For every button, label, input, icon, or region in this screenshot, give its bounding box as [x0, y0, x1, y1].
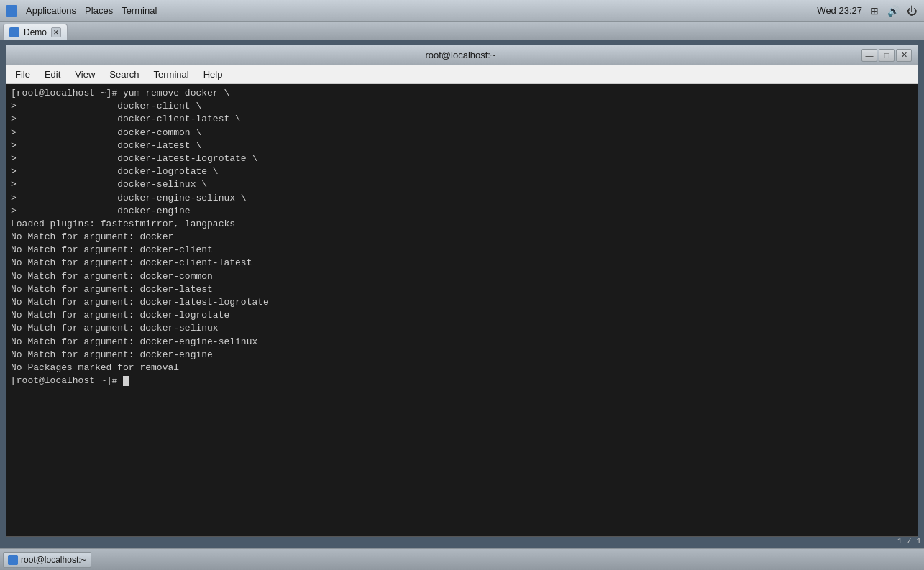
bottom-tab-label: root@localhost:~ [21, 555, 86, 565]
demo-tab[interactable]: Demo ✕ [3, 24, 68, 40]
menu-edit[interactable]: Edit [39, 68, 66, 81]
top-taskbar: Applications Places Terminal Wed 23:27 ⊞… [0, 0, 924, 22]
power-icon[interactable]: ⏻ [905, 4, 918, 17]
applications-menu[interactable]: Applications [26, 5, 76, 16]
terminal-title: root@localhost:~ [60, 50, 861, 60]
bottom-terminal-tab[interactable]: root@localhost:~ [3, 552, 91, 568]
maximize-button[interactable]: □ [879, 49, 895, 62]
close-button[interactable]: ✕ [896, 49, 912, 62]
terminal-window: root@localhost:~ — □ ✕ File Edit View Se… [6, 45, 918, 537]
places-menu[interactable]: Places [85, 5, 113, 16]
terminal-content[interactable]: [root@localhost ~]# yum remove docker \ … [6, 84, 918, 536]
bottom-taskbar: root@localhost:~ [0, 548, 924, 570]
window-buttons: — □ ✕ [861, 49, 912, 62]
menu-terminal[interactable]: Terminal [148, 68, 195, 81]
tab-label: Demo [24, 27, 47, 37]
menu-file[interactable]: File [9, 68, 36, 81]
tab-close-button[interactable]: ✕ [51, 27, 61, 37]
taskbar-left: Applications Places Terminal [6, 5, 157, 17]
menu-search[interactable]: Search [104, 68, 145, 81]
tab-strip: Demo ✕ [0, 22, 924, 40]
page-indicator: 1 / 1 [897, 537, 921, 546]
terminal-menubar: File Edit View Search Terminal Help [6, 65, 918, 84]
terminal-menu[interactable]: Terminal [122, 5, 157, 16]
minimize-button[interactable]: — [861, 49, 877, 62]
volume-icon: 🔊 [887, 4, 900, 17]
bottom-tab-icon [8, 555, 18, 565]
menu-help[interactable]: Help [198, 68, 229, 81]
terminal-titlebar: root@localhost:~ — □ ✕ [6, 45, 918, 65]
network-icon: ⊞ [868, 4, 881, 17]
tab-app-icon [9, 27, 19, 37]
taskbar-right: Wed 23:27 ⊞ 🔊 ⏻ [817, 4, 918, 17]
menu-view[interactable]: View [69, 68, 101, 81]
system-clock: Wed 23:27 [817, 5, 862, 16]
apps-icon [6, 5, 17, 17]
